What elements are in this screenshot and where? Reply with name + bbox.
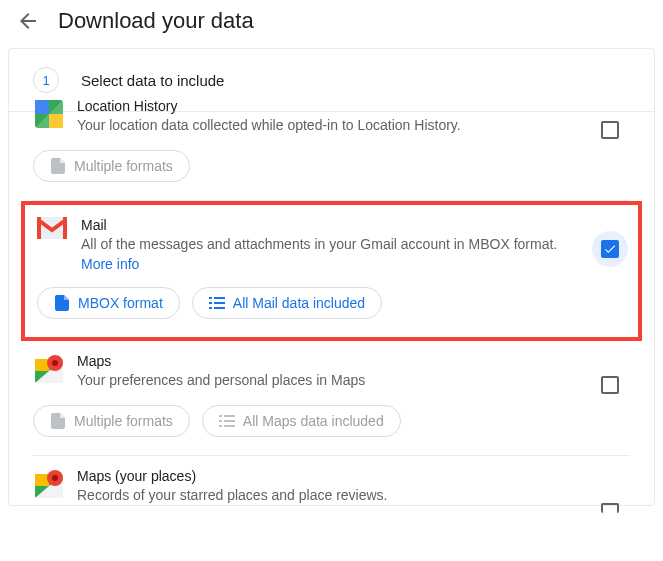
format-chip-mail[interactable]: MBOX format	[37, 287, 180, 319]
svg-rect-23	[224, 425, 235, 427]
back-button[interactable]	[16, 9, 40, 33]
svg-rect-25	[35, 474, 49, 486]
arrow-left-icon	[16, 9, 40, 33]
svg-rect-5	[37, 217, 41, 239]
service-desc: Your preferences and personal places in …	[77, 371, 582, 391]
chip-label: All Mail data included	[233, 295, 365, 311]
chip-label: Multiple formats	[74, 413, 173, 429]
file-icon	[50, 413, 66, 429]
svg-rect-8	[209, 302, 212, 304]
list-icon	[219, 413, 235, 429]
list-icon	[209, 295, 225, 311]
service-name: Maps	[77, 353, 582, 369]
service-name: Location History	[77, 98, 582, 114]
maps-places-icon	[33, 468, 65, 500]
service-mail: Mail All of the messages and attachments…	[21, 201, 642, 342]
svg-rect-22	[224, 420, 235, 422]
chip-label: All Maps data included	[243, 413, 384, 429]
file-icon	[50, 158, 66, 174]
checkbox-container	[592, 490, 628, 526]
data-selection-card: 1 Select data to include Location Histor…	[8, 48, 655, 506]
page-title: Download your data	[58, 8, 254, 34]
svg-rect-7	[209, 297, 212, 299]
svg-rect-19	[219, 420, 222, 422]
maps-icon	[33, 353, 65, 385]
svg-rect-6	[63, 217, 67, 239]
step-title: Select data to include	[81, 72, 224, 89]
chip-label: MBOX format	[78, 295, 163, 311]
maps-checkbox[interactable]	[601, 376, 619, 394]
more-info-link[interactable]: More info	[81, 256, 139, 272]
svg-rect-1	[35, 100, 49, 114]
svg-rect-14	[35, 359, 49, 371]
service-desc: Records of your starred places and place…	[77, 486, 582, 506]
maps-places-checkbox[interactable]	[601, 503, 619, 513]
checkbox-container	[592, 112, 628, 148]
service-desc: All of the messages and attachments in y…	[81, 235, 578, 255]
format-chip-location-history[interactable]: Multiple formats	[33, 150, 190, 182]
svg-rect-21	[224, 415, 235, 417]
svg-rect-9	[209, 307, 212, 309]
service-maps: Maps Your preferences and personal place…	[33, 341, 630, 456]
location-history-icon	[33, 98, 65, 130]
svg-rect-10	[214, 297, 225, 299]
data-chip-mail[interactable]: All Mail data included	[192, 287, 382, 319]
service-desc: Your location data collected while opted…	[77, 116, 582, 136]
svg-point-28	[52, 475, 58, 481]
service-location-history: Location History Your location data coll…	[33, 98, 630, 201]
service-list: Location History Your location data coll…	[9, 98, 654, 505]
mail-checkbox[interactable]	[601, 240, 619, 258]
check-icon	[603, 242, 617, 256]
service-maps-places: Maps (your places) Records of your starr…	[33, 456, 630, 506]
checkbox-container	[592, 231, 628, 267]
location-history-checkbox[interactable]	[601, 121, 619, 139]
chip-label: Multiple formats	[74, 158, 173, 174]
step-number: 1	[33, 67, 59, 93]
svg-rect-20	[219, 425, 222, 427]
file-icon	[54, 295, 70, 311]
page-header: Download your data	[0, 0, 663, 48]
checkbox-container	[592, 367, 628, 403]
service-name: Mail	[81, 217, 578, 233]
service-name: Maps (your places)	[77, 468, 582, 484]
gmail-icon	[37, 217, 69, 249]
svg-point-17	[52, 360, 58, 366]
format-chip-maps[interactable]: Multiple formats	[33, 405, 190, 437]
svg-rect-12	[214, 307, 225, 309]
data-chip-maps[interactable]: All Maps data included	[202, 405, 401, 437]
svg-rect-18	[219, 415, 222, 417]
svg-rect-11	[214, 302, 225, 304]
